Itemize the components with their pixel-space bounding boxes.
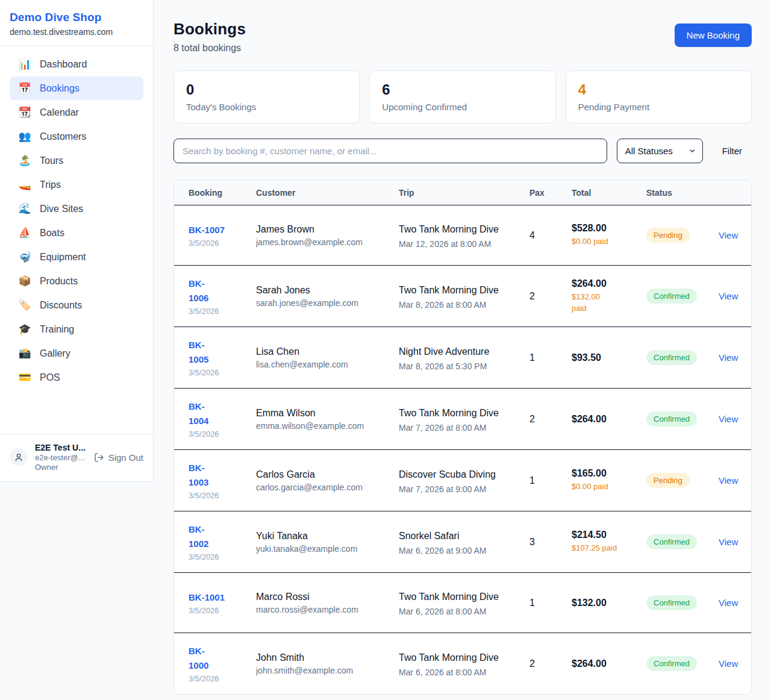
sidebar-item-calendar[interactable]: 📆 Calendar	[10, 101, 143, 124]
filter-button[interactable]: Filter	[713, 146, 752, 156]
view-link[interactable]: View	[719, 352, 738, 363]
sidebar-item-boats[interactable]: ⛵ Boats	[10, 221, 143, 245]
sidebar-item-tours[interactable]: 🏝️ Tours	[10, 149, 143, 172]
sidebar-item-pos[interactable]: 💳 POS	[10, 366, 143, 389]
booking-id-link[interactable]: BK-1005	[189, 338, 208, 367]
column-header-pax: Pax	[515, 180, 557, 205]
stat-value: 4	[578, 81, 739, 98]
pax-count: 2	[515, 403, 557, 436]
trip-datetime: Mar 6, 2026 at 8:00 AM	[399, 607, 515, 616]
booking-id-link[interactable]: BK-1000	[189, 644, 208, 673]
booking-id-link[interactable]: BK-1004	[189, 399, 208, 428]
column-header-actions	[704, 180, 751, 205]
new-booking-button[interactable]: New Booking	[675, 23, 752, 47]
sidebar-item-label: Tours	[40, 155, 63, 166]
tours-icon: 🏝️	[18, 154, 31, 167]
sidebar-item-gallery[interactable]: 📸 Gallery	[10, 342, 143, 365]
sidebar-item-label: Equipment	[40, 252, 86, 263]
status-cell: Confirmed	[632, 401, 704, 437]
trip-datetime: Mar 8, 2026 at 5:30 PM	[399, 361, 515, 371]
trip-datetime: Mar 7, 2026 at 8:00 AM	[399, 423, 515, 433]
sidebar-item-discounts[interactable]: 🏷️ Discounts	[10, 293, 143, 317]
pax-count: 1	[515, 587, 557, 619]
app-layout: Demo Dive Shop demo.test.divestreams.com…	[0, 0, 771, 700]
status-cell: Confirmed	[632, 584, 704, 621]
total-amount: $214.50	[572, 530, 632, 540]
booking-id-link[interactable]: BK-1003	[189, 461, 208, 490]
user-name: E2E Test U...	[35, 443, 87, 452]
booking-id-link[interactable]: BK-1002	[189, 522, 208, 551]
view-link[interactable]: View	[719, 475, 738, 486]
booking-id-link[interactable]: BK-1006	[189, 277, 208, 305]
booking-cell: BK-1006 3/5/2026	[174, 266, 242, 327]
user-role: Owner	[35, 463, 87, 472]
stat-cards: 0 Today's Bookings 6 Upcoming Confirmed …	[173, 70, 752, 123]
sidebar-item-dashboard[interactable]: 📊 Dashboard	[10, 52, 143, 76]
booking-cell: BK-1005 3/5/2026	[174, 327, 242, 388]
sidebar-item-trips[interactable]: 🚤 Trips	[10, 173, 143, 196]
sidebar-item-products[interactable]: 📦 Products	[10, 269, 143, 293]
total-cell: $132.00	[557, 587, 632, 619]
total-cell: $264.00	[557, 403, 632, 436]
status-badge: Confirmed	[646, 656, 697, 671]
main-content: Bookings 8 total bookings New Booking 0 …	[154, 0, 771, 700]
equipment-icon: 🤿	[18, 251, 31, 263]
booking-id-link[interactable]: BK-1007	[189, 223, 225, 237]
view-link[interactable]: View	[719, 658, 738, 669]
trip-cell: Two Tank Morning Dive Mar 12, 2026 at 8:…	[384, 211, 515, 260]
sidebar-item-equipment[interactable]: 🤿 Equipment	[10, 245, 143, 269]
view-cell: View	[704, 342, 751, 374]
total-amount: $165.00	[572, 468, 632, 479]
booking-id-link[interactable]: BK-1001	[189, 590, 225, 605]
view-link[interactable]: View	[719, 291, 738, 301]
stat-label: Today's Bookings	[186, 102, 347, 112]
view-link[interactable]: View	[719, 230, 738, 240]
stat-label: Upcoming Confirmed	[382, 102, 543, 112]
status-badge: Pending	[646, 228, 690, 243]
total-amount: $264.00	[572, 414, 632, 425]
page-title: Bookings	[173, 20, 246, 39]
total-amount: $132.00	[572, 598, 632, 608]
stat-card: 6 Upcoming Confirmed	[369, 70, 555, 123]
booking-date: 3/5/2026	[189, 307, 242, 316]
trip-name: Two Tank Morning Dive	[399, 406, 501, 420]
status-badge: Confirmed	[646, 289, 697, 304]
table-row: BK-1005 3/5/2026 Lisa Chen lisa.chen@exa…	[174, 327, 751, 389]
table-row: BK-1002 3/5/2026 Yuki Tanaka yuki.tanaka…	[174, 511, 751, 573]
sidebar-item-training[interactable]: 🎓 Training	[10, 317, 143, 341]
sidebar-item-customers[interactable]: 👥 Customers	[10, 125, 143, 148]
status-cell: Confirmed	[632, 339, 704, 376]
column-header-status: Status	[632, 180, 704, 205]
column-header-booking: Booking	[174, 180, 242, 205]
user-icon	[14, 452, 23, 462]
sign-out-label: Sign Out	[108, 452, 143, 463]
customer-email: yuki.tanaka@example.com	[256, 544, 384, 554]
table-row: BK-1004 3/5/2026 Emma Wilson emma.wilson…	[174, 389, 751, 450]
customer-name: James Brown	[256, 224, 384, 235]
sign-out-button[interactable]: Sign Out	[94, 452, 143, 463]
view-link[interactable]: View	[719, 414, 738, 424]
search-input[interactable]	[173, 139, 607, 163]
customer-cell: Marco Rossi marco.rossi@example.com	[242, 581, 384, 625]
view-link[interactable]: View	[719, 537, 738, 547]
sidebar-item-bookings[interactable]: 📅 Bookings	[10, 77, 143, 100]
trip-name: Two Tank Morning Dive	[399, 590, 501, 604]
trip-cell: Two Tank Morning Dive Mar 6, 2026 at 8:0…	[384, 579, 515, 627]
trip-cell: Snorkel Safari Mar 6, 2026 at 9:00 AM	[384, 518, 515, 566]
customer-cell: Carlos Garcia carlos.garcia@example.com	[242, 458, 384, 503]
brand-name[interactable]: Demo Dive Shop	[10, 11, 143, 24]
sidebar-item-dive-sites[interactable]: 🌊 Dive Sites	[10, 197, 143, 220]
sidebar-item-label: Discounts	[40, 300, 82, 311]
trip-cell: Two Tank Morning Dive Mar 7, 2026 at 8:0…	[384, 395, 515, 443]
pax-count: 1	[515, 464, 557, 497]
trip-cell: Discover Scuba Diving Mar 7, 2026 at 9:0…	[384, 457, 515, 505]
view-link[interactable]: View	[719, 598, 738, 608]
booking-cell: BK-1007 3/5/2026	[174, 212, 242, 258]
total-amount: $528.00	[572, 223, 632, 234]
status-cell: Pending	[632, 217, 704, 254]
status-filter-select[interactable]: All Statuses	[617, 139, 703, 163]
table-header-row: BookingCustomerTripPaxTotalStatus	[174, 180, 751, 205]
booking-date: 3/5/2026	[189, 430, 242, 439]
pax-count: 2	[515, 648, 557, 680]
customer-email: emma.wilson@example.com	[256, 421, 384, 431]
